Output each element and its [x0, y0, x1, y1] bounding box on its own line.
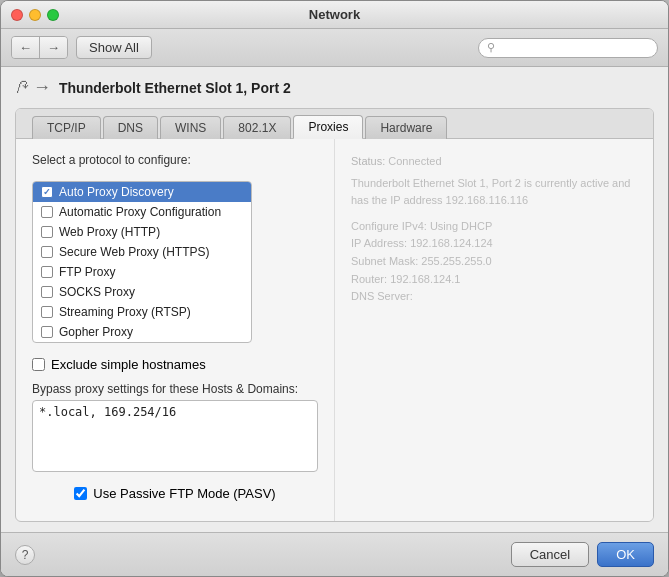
list-item[interactable]: Web Proxy (HTTP)	[33, 222, 251, 242]
proxy-checkbox-6[interactable]	[41, 306, 53, 318]
bypass-section: Bypass proxy settings for these Hosts & …	[32, 382, 318, 472]
window-title: Network	[309, 7, 360, 22]
tab-tcpip[interactable]: TCP/IP	[32, 116, 101, 139]
proxy-item-label-3: Secure Web Proxy (HTTPS)	[59, 245, 209, 259]
content-area: ⭚→ Thunderbolt Ethernet Slot 1, Port 2 T…	[1, 67, 668, 532]
cancel-button[interactable]: Cancel	[511, 542, 589, 567]
toolbar: ← → Show All ⚲	[1, 29, 668, 67]
tabs-panel: TCP/IP DNS WINS 802.1X Proxies Hardware …	[15, 108, 654, 522]
proxy-panel: Select a protocol to configure: ✓ Auto P…	[16, 139, 334, 521]
status-line: Status: Connected	[351, 153, 637, 171]
list-item[interactable]: ✓ Auto Proxy Discovery	[33, 182, 251, 202]
status-value: Connected	[388, 155, 441, 167]
list-item[interactable]: FTP Proxy	[33, 262, 251, 282]
router-label: Router:	[351, 273, 387, 285]
proxy-item-label-5: SOCKS Proxy	[59, 285, 135, 299]
proxy-checkbox-0[interactable]: ✓	[41, 186, 53, 198]
ip-value: 192.168.124.124	[410, 237, 493, 249]
maximize-button[interactable]	[47, 9, 59, 21]
right-info-panel: Status: Connected Thunderbolt Ethernet S…	[334, 139, 653, 521]
section-label: Select a protocol to configure:	[32, 153, 318, 167]
search-input[interactable]	[499, 41, 649, 55]
help-button[interactable]: ?	[15, 545, 35, 565]
subnet-value: 255.255.255.0	[421, 255, 491, 267]
proxy-checkbox-2[interactable]	[41, 226, 53, 238]
bypass-textarea[interactable]: *.local, 169.254/16	[32, 400, 318, 472]
close-button[interactable]	[11, 9, 23, 21]
action-buttons: Cancel OK	[511, 542, 654, 567]
proxy-checkbox-7[interactable]	[41, 326, 53, 338]
ethernet-icon: ⭚→	[15, 77, 51, 98]
proxy-item-label-7: Gopher Proxy	[59, 325, 133, 339]
configure-ipv4-label: Configure IPv4:	[351, 220, 427, 232]
list-item[interactable]: SOCKS Proxy	[33, 282, 251, 302]
search-icon: ⚲	[487, 41, 495, 54]
proxy-item-label-1: Automatic Proxy Configuration	[59, 205, 221, 219]
list-item[interactable]: Streaming Proxy (RTSP)	[33, 302, 251, 322]
tab-hardware[interactable]: Hardware	[365, 116, 447, 139]
tab-proxies[interactable]: Proxies	[293, 115, 363, 139]
proxy-checkbox-5[interactable]	[41, 286, 53, 298]
search-box: ⚲	[478, 38, 658, 58]
minimize-button[interactable]	[29, 9, 41, 21]
tab-8021x[interactable]: 802.1X	[223, 116, 291, 139]
proxy-item-label-4: FTP Proxy	[59, 265, 115, 279]
show-all-button[interactable]: Show All	[76, 36, 152, 59]
proxy-item-label-6: Streaming Proxy (RTSP)	[59, 305, 191, 319]
description-text: Thunderbolt Ethernet Slot 1, Port 2 is c…	[351, 175, 637, 210]
bypass-label: Bypass proxy settings for these Hosts & …	[32, 382, 318, 396]
proxy-list: ✓ Auto Proxy Discovery Automatic Proxy C…	[32, 181, 252, 343]
proxy-checkbox-1[interactable]	[41, 206, 53, 218]
proxy-checkbox-4[interactable]	[41, 266, 53, 278]
passive-ftp-row: Use Passive FTP Mode (PASV)	[32, 486, 318, 501]
subnet-row: Subnet Mask: 255.255.255.0	[351, 253, 637, 271]
checkmark-icon: ✓	[43, 187, 51, 197]
network-window: Network ← → Show All ⚲ ⭚→ Thunderbolt Et…	[0, 0, 669, 577]
bottom-bar: ? Cancel OK	[1, 532, 668, 576]
exclude-checkbox[interactable]	[32, 358, 45, 371]
ip-label: IP Address:	[351, 237, 407, 249]
nav-buttons: ← →	[11, 36, 68, 59]
dns-row: DNS Server:	[351, 288, 637, 306]
proxy-checkbox-3[interactable]	[41, 246, 53, 258]
exclude-row: Exclude simple hostnames	[32, 357, 318, 372]
passive-ftp-checkbox[interactable]	[74, 487, 87, 500]
list-item[interactable]: Secure Web Proxy (HTTPS)	[33, 242, 251, 262]
proxy-item-label-0: Auto Proxy Discovery	[59, 185, 174, 199]
router-value: 192.168.124.1	[390, 273, 460, 285]
configure-ipv4-value: Using DHCP	[430, 220, 492, 232]
tab-dns[interactable]: DNS	[103, 116, 158, 139]
exclude-label: Exclude simple hostnames	[51, 357, 206, 372]
tab-bar: TCP/IP DNS WINS 802.1X Proxies Hardware	[16, 109, 653, 139]
right-panel-content: Status: Connected Thunderbolt Ethernet S…	[351, 153, 637, 306]
interface-name: Thunderbolt Ethernet Slot 1, Port 2	[59, 80, 291, 96]
list-item[interactable]: Automatic Proxy Configuration	[33, 202, 251, 222]
traffic-lights	[11, 9, 59, 21]
proxy-item-label-2: Web Proxy (HTTP)	[59, 225, 160, 239]
status-label: Status:	[351, 155, 385, 167]
interface-header: ⭚→ Thunderbolt Ethernet Slot 1, Port 2	[15, 77, 654, 98]
dns-label: DNS Server:	[351, 290, 413, 302]
router-row: Router: 192.168.124.1	[351, 271, 637, 289]
back-button[interactable]: ←	[12, 37, 40, 58]
ip-row: IP Address: 192.168.124.124	[351, 235, 637, 253]
panel-body: Select a protocol to configure: ✓ Auto P…	[16, 139, 653, 521]
subnet-label: Subnet Mask:	[351, 255, 418, 267]
tab-wins[interactable]: WINS	[160, 116, 221, 139]
list-item[interactable]: Gopher Proxy	[33, 322, 251, 342]
ok-button[interactable]: OK	[597, 542, 654, 567]
titlebar: Network	[1, 1, 668, 29]
forward-button[interactable]: →	[40, 37, 67, 58]
configure-ipv4-row: Configure IPv4: Using DHCP	[351, 218, 637, 236]
passive-ftp-label: Use Passive FTP Mode (PASV)	[93, 486, 275, 501]
